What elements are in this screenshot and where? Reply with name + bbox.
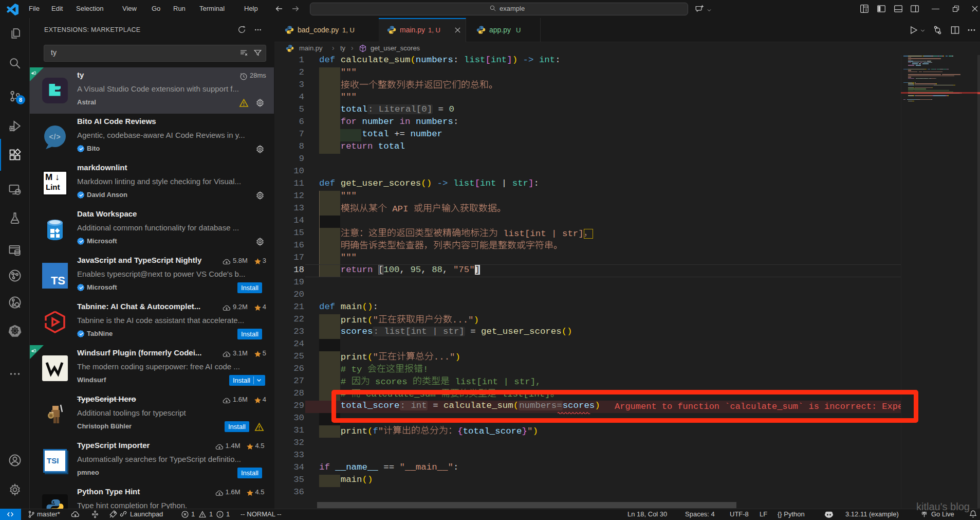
svg-text:</>: </>	[49, 133, 61, 141]
